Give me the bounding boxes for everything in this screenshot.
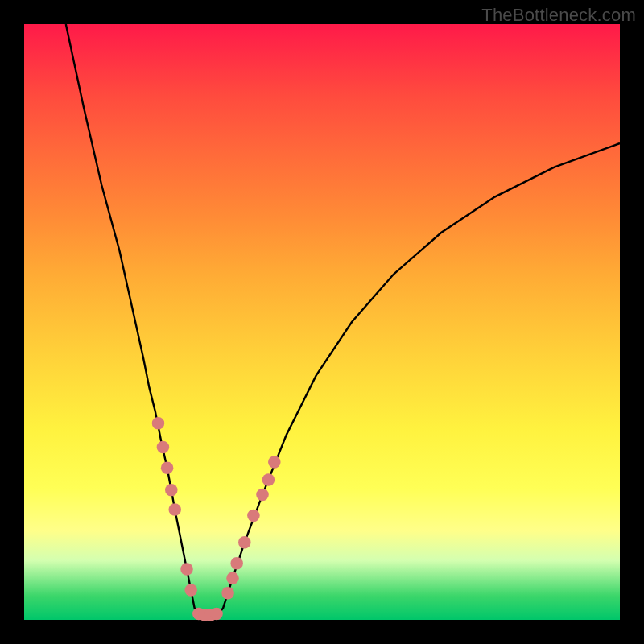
data-marker (184, 584, 197, 597)
data-marker (268, 456, 281, 469)
data-marker (221, 587, 234, 600)
data-marker (165, 484, 178, 497)
data-marker (262, 473, 275, 486)
data-marker (210, 608, 223, 621)
data-marker (226, 572, 239, 584)
data-marker (168, 503, 181, 516)
bottleneck-curve (66, 24, 620, 615)
data-marker (247, 510, 260, 522)
data-marker (230, 557, 243, 570)
data-marker (157, 441, 170, 454)
chart-svg (24, 24, 620, 620)
data-marker (238, 536, 251, 549)
data-marker (161, 462, 174, 475)
watermark-text: TheBottleneck.com (481, 5, 636, 26)
data-marker (256, 489, 269, 502)
data-marker (152, 417, 165, 430)
data-marker (180, 563, 193, 576)
